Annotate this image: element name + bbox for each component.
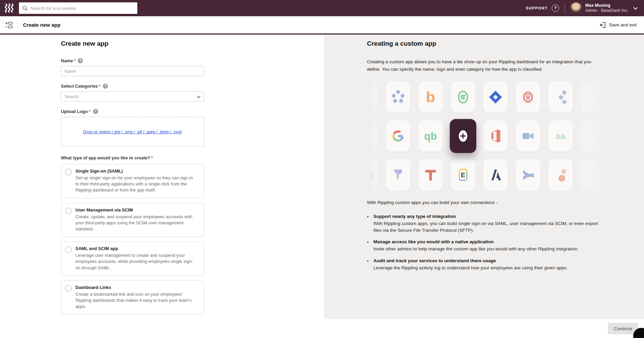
app-tile-google-g-icon [386, 120, 410, 152]
create-app-form-panel: Create new app Name * ? Select Categorie… [0, 35, 324, 319]
custom-app-info-panel: Creating a custom app Creating a custom … [324, 35, 644, 319]
search-icon [22, 5, 28, 11]
app-tile-power-circle-icon [516, 82, 540, 113]
categories-select[interactable] [61, 91, 204, 102]
app-type-option-card[interactable]: Single Sign-on (SAML)Set up single sign-… [61, 164, 204, 198]
app-list-plus-icon[interactable] [5, 22, 13, 28]
app-tile-bowtie-icon [516, 159, 540, 190]
app-tile-cloud-icon [367, 159, 378, 190]
app-tile-numeral-one-icon: 1 [367, 82, 378, 113]
benefit-description: With Rippling custom apps, you can build… [373, 220, 607, 233]
svg-text:b: b [426, 89, 435, 105]
option-description: Create, update, and suspend your employe… [75, 214, 196, 232]
benefit-title: Support nearly any type of integration [373, 214, 607, 219]
search-input[interactable] [30, 6, 134, 11]
app-tile-sa-text-icon: sa [548, 120, 573, 152]
svg-text:qb: qb [424, 130, 437, 142]
support-link[interactable]: SUPPORT [526, 6, 548, 10]
app-tile-ro-text-icon: ro [367, 120, 378, 152]
option-title: Dashboard Links [75, 285, 196, 290]
app-tile-diamond-star-icon [386, 82, 410, 113]
svg-text:E: E [461, 171, 465, 179]
form-heading: Create new app [61, 40, 324, 47]
rippling-logo-icon[interactable] [5, 3, 15, 13]
user-block[interactable]: Max Musing Admin · BaseDash Inc. [585, 3, 628, 14]
benefit-item: Support nearly any type of integrationWi… [367, 214, 607, 233]
app-type-option-card[interactable]: Dashboard LinksCreate a bookmarked link … [61, 280, 204, 315]
page-toolbar: Create new app Save and exit [0, 16, 644, 35]
exit-arrow-icon [600, 22, 606, 28]
categories-help-icon[interactable]: ? [103, 84, 108, 89]
user-avatar[interactable] [570, 2, 582, 14]
app-tile-gray-diamonds-icon [548, 82, 573, 113]
logo-field-label: Upload Logo [61, 109, 88, 114]
save-and-exit-label: Save and exit [609, 22, 637, 27]
page-title: Create new app [23, 22, 61, 28]
option-title: Single Sign-on (SAML) [75, 168, 196, 174]
chevron-down-icon[interactable] [633, 7, 638, 10]
app-tile-leaf-icon [386, 159, 410, 190]
benefit-description: Leverage the Rippling acitivty log to un… [373, 265, 607, 271]
app-type-options: Single Sign-on (SAML)Set up single sign-… [61, 164, 324, 314]
benefit-title: Manage access like you would with a nati… [373, 239, 607, 244]
save-and-exit-button[interactable]: Save and exit [600, 22, 637, 28]
benefits-list: Support nearly any type of integrationWi… [367, 214, 644, 271]
app-tile-video-camera-icon [516, 120, 540, 152]
logo-help-icon[interactable]: ? [93, 109, 98, 114]
option-description: Create a bookmarked link and icon on you… [75, 291, 196, 310]
benefit-title: Audit and track your services to underst… [373, 258, 607, 263]
name-field-label: Name [61, 58, 73, 63]
app-tile-qb-text-icon: qb [418, 120, 443, 152]
app-tile-blank [581, 82, 605, 113]
option-title: SAML and SCIM app [75, 246, 196, 251]
app-tile-letter-t-icon [418, 159, 443, 190]
connections-line: With Rippling custom apps you can build … [367, 200, 644, 205]
option-title: User Management via SCIM [75, 207, 196, 212]
name-help-icon[interactable]: ? [78, 58, 83, 63]
topbar: SUPPORT ? Max Musing Admin · BaseDash In… [0, 0, 644, 16]
app-tile-atlassian-a-icon [483, 159, 508, 190]
info-intro: Creating a custom app allows you to have… [367, 58, 602, 73]
topbar-divider [565, 4, 565, 13]
app-tile-blank [581, 120, 605, 152]
option-description: Set up single sign-on for your employees… [75, 175, 196, 194]
radio-button[interactable] [65, 169, 72, 175]
logo-upload-link[interactable]: Drop or select (.jpg / .png / .gif / .jp… [83, 129, 182, 134]
app-tile-e-box-icon: E [451, 159, 475, 190]
svg-text:1: 1 [367, 91, 369, 103]
app-tile-office-icon [483, 120, 508, 152]
required-asterisk: * [74, 58, 75, 63]
app-type-question: What type of app would you like to creat… [61, 155, 150, 160]
app-tile-custom-plus-icon [450, 119, 476, 153]
info-heading: Creating a custom app [367, 40, 644, 47]
app-tile-jira-diamond-icon [483, 82, 508, 113]
required-asterisk: * [89, 109, 90, 114]
svg-text:ro: ro [367, 131, 370, 140]
support-help-icon[interactable]: ? [552, 4, 559, 12]
radio-button[interactable] [65, 208, 72, 214]
radio-button[interactable] [65, 285, 72, 292]
user-name: Max Musing [585, 3, 628, 8]
app-tile-pink-dots-icon [548, 159, 573, 190]
app-window: SUPPORT ? Max Musing Admin · BaseDash In… [0, 0, 644, 338]
radio-button[interactable] [65, 246, 72, 253]
logo-dropzone[interactable]: Drop or select (.jpg / .png / .gif / .jp… [61, 117, 204, 147]
benefit-item: Manage access like you would with a nati… [367, 239, 607, 252]
app-tile-lined-oval-icon [451, 82, 475, 113]
required-asterisk: * [99, 84, 100, 89]
benefit-description: Invite other admins to help manage the c… [373, 246, 607, 252]
app-type-option-card[interactable]: SAML and SCIM appLeverage user managemen… [61, 242, 204, 276]
name-input[interactable] [61, 66, 204, 76]
app-tile-letter-b-icon: b [418, 82, 443, 113]
app-tile-blank [581, 159, 605, 190]
required-asterisk: * [151, 155, 153, 160]
svg-text:sa: sa [556, 131, 566, 141]
option-description: Leverage user management to create and s… [75, 252, 196, 271]
user-role-company: Admin · BaseDash Inc. [585, 8, 628, 14]
toolbar-divider [18, 21, 18, 29]
app-tiles-illustration: 1broqbsaE [367, 82, 606, 190]
coworker-search [19, 2, 137, 14]
app-type-option-card[interactable]: User Management via SCIMCreate, update, … [61, 203, 204, 237]
benefit-item: Audit and track your services to underst… [367, 258, 607, 271]
categories-search-input[interactable] [61, 91, 204, 102]
